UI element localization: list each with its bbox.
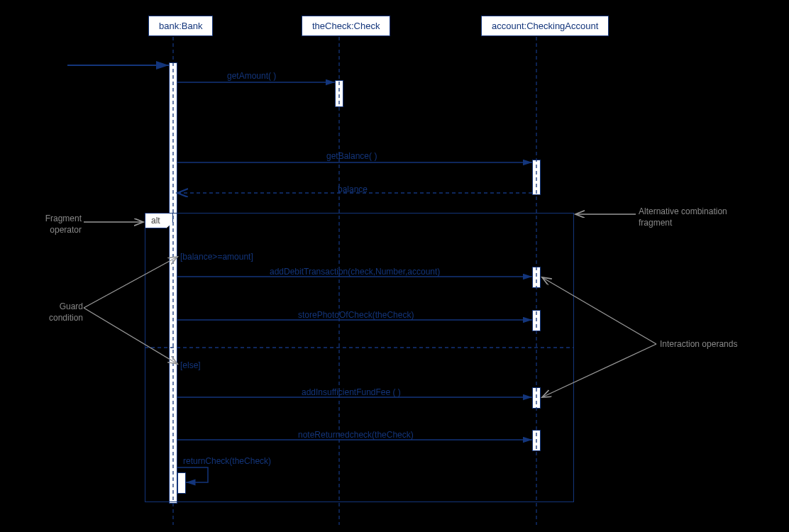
guard-else-text: [else]: [180, 360, 201, 370]
alt-operator-label: alt: [151, 216, 160, 226]
anno-alt-fragment: Alternative combinationfragment: [639, 206, 727, 228]
msg-addfee: addInsufficientFundFee ( ): [302, 387, 401, 397]
msg-getamount: getAmount( ): [227, 71, 276, 81]
anno-fragment-operator: Fragmentoperator: [18, 214, 82, 235]
lifeline-bank: bank:Bank: [148, 16, 213, 36]
guard-else: [else]: [180, 360, 201, 370]
guard-balance: [balance>=amount]: [180, 252, 253, 262]
msg-notereturned: noteReturnedcheck(theCheck): [298, 430, 414, 440]
activation-check-getamount: [335, 80, 343, 107]
guard-balance-text: [balance>=amount]: [180, 252, 253, 262]
msg-adddebit: addDebitTransaction(check,Number,account…: [270, 267, 440, 277]
anno-guard-condition: Guardcondition: [30, 301, 83, 323]
lifeline-account: account:CheckingAccount: [481, 16, 609, 36]
lifeline-account-label: account:CheckingAccount: [492, 21, 598, 31]
lifeline-bank-label: bank:Bank: [159, 21, 202, 31]
msg-returncheck: returnCheck(theCheck): [183, 456, 271, 466]
lifeline-check-label: theCheck:Check: [312, 21, 380, 31]
diagram-canvas: bank:Bank theCheck:Check account:Checkin…: [0, 0, 789, 532]
anno-interaction-operands: Interaction operands: [660, 339, 737, 349]
msg-balance: balance: [338, 184, 368, 194]
lifeline-check: theCheck:Check: [302, 16, 390, 36]
activation-account-getbalance: [532, 160, 541, 195]
msg-storephoto: storePhotoOfCheck(theCheck): [298, 310, 414, 320]
msg-getbalance: getBalance( ): [326, 151, 377, 161]
